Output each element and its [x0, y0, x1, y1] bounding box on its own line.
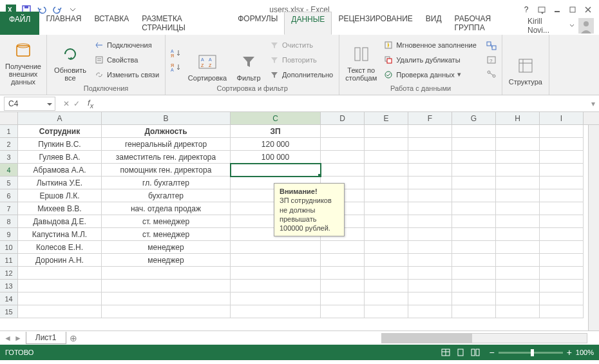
- column-header[interactable]: I: [540, 112, 584, 124]
- cell[interactable]: [408, 267, 452, 280]
- cell[interactable]: [321, 280, 365, 292]
- cell[interactable]: [408, 125, 452, 138]
- text-to-columns-button[interactable]: Текст по столбцам: [343, 37, 379, 82]
- cell[interactable]: [321, 125, 365, 138]
- cell[interactable]: [452, 280, 496, 292]
- cell[interactable]: [365, 164, 408, 177]
- cell[interactable]: [102, 305, 231, 318]
- cell[interactable]: [231, 292, 321, 305]
- row-header[interactable]: 10: [0, 241, 18, 254]
- cell[interactable]: [452, 151, 496, 164]
- cell[interactable]: [102, 292, 231, 305]
- column-header[interactable]: H: [496, 112, 540, 124]
- fx-icon[interactable]: fx: [84, 98, 97, 110]
- cell[interactable]: [321, 151, 365, 164]
- advanced-filter-button[interactable]: Дополнительно: [267, 68, 335, 82]
- user-name[interactable]: Kirill Novi...: [528, 17, 566, 35]
- cell[interactable]: [496, 177, 540, 189]
- row-header[interactable]: 8: [0, 215, 18, 228]
- cell[interactable]: [496, 125, 540, 138]
- cell[interactable]: [540, 241, 584, 254]
- cell[interactable]: [408, 138, 452, 151]
- cell[interactable]: [408, 241, 452, 254]
- column-header[interactable]: D: [321, 112, 365, 124]
- cell[interactable]: [496, 241, 540, 254]
- cell[interactable]: [452, 125, 496, 138]
- cell[interactable]: менеджер: [102, 241, 231, 254]
- cell[interactable]: генеральный директор: [102, 138, 231, 151]
- minimize-icon[interactable]: [550, 3, 564, 17]
- cell[interactable]: [321, 138, 365, 151]
- cell[interactable]: 100 000: [231, 151, 321, 164]
- zoom-in-button[interactable]: +: [567, 347, 572, 358]
- row-header[interactable]: 13: [0, 280, 18, 292]
- zoom-level[interactable]: 100%: [576, 349, 594, 356]
- cell[interactable]: [408, 189, 452, 202]
- tab-рецензирование[interactable]: РЕЦЕНЗИРОВАНИЕ: [332, 12, 419, 35]
- cell[interactable]: [365, 267, 408, 280]
- sheet-nav-next-icon[interactable]: ►: [14, 334, 22, 343]
- cell[interactable]: [408, 164, 452, 177]
- vertical-scrollbar[interactable]: [588, 125, 599, 330]
- cell[interactable]: ЗП: [231, 125, 321, 138]
- connections-button[interactable]: Подключения: [92, 38, 161, 52]
- cell[interactable]: Абрамова А.А.: [18, 164, 102, 177]
- cell[interactable]: Пупкин В.С.: [18, 138, 102, 151]
- data-validation-button[interactable]: Проверка данных ▾: [381, 68, 479, 82]
- row-header[interactable]: 7: [0, 202, 18, 215]
- cell[interactable]: [321, 292, 365, 305]
- sort-button[interactable]: AZAZ Сортировка: [185, 37, 230, 82]
- cell[interactable]: [102, 267, 231, 280]
- reapply-button[interactable]: Повторить: [267, 53, 335, 67]
- cell[interactable]: [18, 280, 102, 292]
- cell[interactable]: Капустина М.Л.: [18, 228, 102, 241]
- get-external-data-button[interactable]: Получение внешних данных: [4, 41, 43, 86]
- cell[interactable]: [496, 215, 540, 228]
- sheet-tab[interactable]: Лист1: [26, 332, 66, 344]
- cell[interactable]: [408, 151, 452, 164]
- row-header[interactable]: 2: [0, 138, 18, 151]
- cell[interactable]: [540, 189, 584, 202]
- sort-asc-button[interactable]: АЯ: [169, 46, 182, 59]
- cell[interactable]: [408, 228, 452, 241]
- cell[interactable]: ст. менеджер: [102, 228, 231, 241]
- cell[interactable]: Лыткина У.Е.: [18, 177, 102, 189]
- cell[interactable]: [408, 292, 452, 305]
- cell[interactable]: [540, 254, 584, 267]
- row-header[interactable]: 15: [0, 305, 18, 318]
- cell[interactable]: [231, 267, 321, 280]
- tab-данные[interactable]: ДАННЫЕ: [284, 12, 332, 35]
- column-header[interactable]: A: [18, 112, 102, 124]
- tab-разметка страницы[interactable]: РАЗМЕТКА СТРАНИЦЫ: [135, 12, 231, 35]
- cell[interactable]: [540, 305, 584, 318]
- tab-файл[interactable]: ФАЙЛ: [0, 12, 39, 35]
- cell[interactable]: Ершов Л.К.: [18, 189, 102, 202]
- cell[interactable]: 120 000: [231, 138, 321, 151]
- cell[interactable]: [365, 215, 408, 228]
- tab-вид[interactable]: ВИД: [419, 12, 448, 35]
- cell[interactable]: Доронин А.Н.: [18, 254, 102, 267]
- cell[interactable]: Должность: [102, 125, 231, 138]
- page-layout-view-icon[interactable]: [453, 347, 468, 358]
- spreadsheet-grid[interactable]: ABCDEFGHI 1СотрудникДолжностьЗП2Пупкин В…: [0, 112, 599, 330]
- cell[interactable]: [365, 177, 408, 189]
- cell[interactable]: [18, 305, 102, 318]
- cell[interactable]: Гуляев В.А.: [18, 151, 102, 164]
- cell[interactable]: [496, 138, 540, 151]
- cell[interactable]: [18, 292, 102, 305]
- cell[interactable]: ст. менеджер: [102, 215, 231, 228]
- cell[interactable]: [496, 202, 540, 215]
- cell[interactable]: Михеев В.В.: [18, 202, 102, 215]
- cell[interactable]: Колесов Е.Н.: [18, 241, 102, 254]
- cell[interactable]: [452, 228, 496, 241]
- cell[interactable]: [540, 151, 584, 164]
- cell[interactable]: [540, 280, 584, 292]
- name-box[interactable]: C4: [4, 97, 55, 111]
- cell[interactable]: [452, 241, 496, 254]
- page-break-view-icon[interactable]: [468, 347, 482, 358]
- row-header[interactable]: 3: [0, 151, 18, 164]
- cell[interactable]: [496, 228, 540, 241]
- maximize-icon[interactable]: [566, 3, 580, 17]
- tab-формулы[interactable]: ФОРМУЛЫ: [231, 12, 284, 35]
- consolidate-icon[interactable]: [485, 39, 498, 52]
